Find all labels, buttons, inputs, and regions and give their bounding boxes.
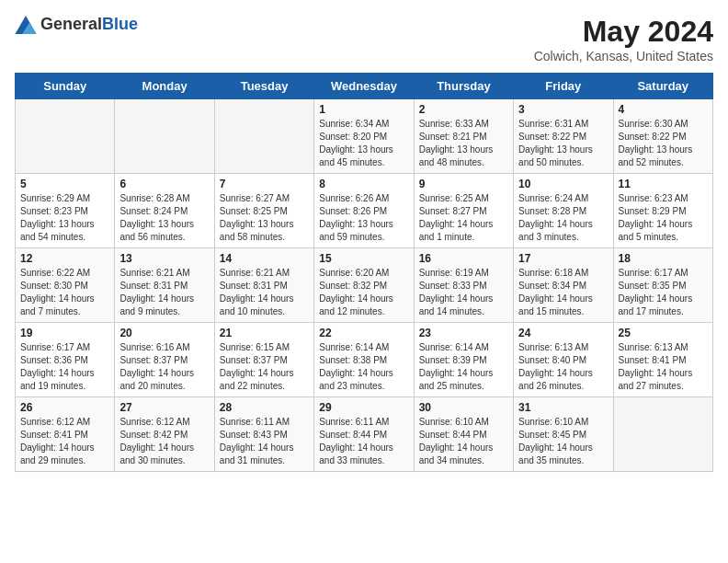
day-number: 11	[619, 178, 708, 190]
logo-general: General	[40, 15, 102, 33]
day-info: Sunrise: 6:10 AM Sunset: 8:45 PM Dayligh…	[518, 416, 608, 467]
day-number: 27	[119, 401, 209, 414]
day-info: Sunrise: 6:18 AM Sunset: 8:34 PM Dayligh…	[518, 267, 608, 318]
day-info: Sunrise: 6:29 AM Sunset: 8:23 PM Dayligh…	[20, 192, 109, 244]
day-info: Sunrise: 6:34 AM Sunset: 8:20 PM Dayligh…	[319, 118, 408, 169]
day-info: Sunrise: 6:30 AM Sunset: 8:22 PM Dayligh…	[619, 118, 708, 169]
calendar-cell: 20Sunrise: 6:16 AM Sunset: 8:37 PM Dayli…	[115, 323, 214, 397]
calendar-cell: 23Sunrise: 6:14 AM Sunset: 8:39 PM Dayli…	[414, 323, 513, 397]
day-info: Sunrise: 6:20 AM Sunset: 8:32 PM Dayligh…	[319, 267, 408, 318]
day-number: 7	[220, 178, 309, 190]
day-number: 31	[518, 401, 608, 414]
week-row-3: 19Sunrise: 6:17 AM Sunset: 8:36 PM Dayli…	[16, 323, 713, 397]
logo-blue: Blue	[102, 15, 138, 33]
day-info: Sunrise: 6:24 AM Sunset: 8:28 PM Dayligh…	[518, 192, 608, 244]
main-title: May 2024	[534, 15, 713, 49]
day-info: Sunrise: 6:17 AM Sunset: 8:35 PM Dayligh…	[619, 267, 708, 318]
calendar-cell: 27Sunrise: 6:12 AM Sunset: 8:42 PM Dayli…	[115, 397, 214, 472]
day-number: 14	[220, 252, 309, 265]
day-info: Sunrise: 6:23 AM Sunset: 8:29 PM Dayligh…	[619, 192, 708, 244]
day-number: 1	[319, 103, 408, 116]
calendar-cell: 10Sunrise: 6:24 AM Sunset: 8:28 PM Dayli…	[514, 174, 613, 248]
logo: GeneralBlue	[15, 15, 138, 34]
subtitle: Colwich, Kansas, United States	[534, 49, 713, 63]
calendar-cell: 9Sunrise: 6:25 AM Sunset: 8:27 PM Daylig…	[414, 174, 513, 248]
day-number: 26	[20, 401, 109, 414]
day-number: 25	[619, 327, 708, 339]
calendar-cell: 29Sunrise: 6:11 AM Sunset: 8:44 PM Dayli…	[314, 397, 414, 472]
calendar-cell: 17Sunrise: 6:18 AM Sunset: 8:34 PM Dayli…	[514, 248, 613, 323]
calendar-cell: 30Sunrise: 6:10 AM Sunset: 8:44 PM Dayli…	[414, 397, 513, 472]
calendar-cell: 5Sunrise: 6:29 AM Sunset: 8:23 PM Daylig…	[16, 174, 115, 248]
day-info: Sunrise: 6:25 AM Sunset: 8:27 PM Dayligh…	[419, 192, 508, 244]
day-info: Sunrise: 6:14 AM Sunset: 8:38 PM Dayligh…	[319, 341, 408, 393]
calendar-body: 1Sunrise: 6:34 AM Sunset: 8:20 PM Daylig…	[16, 99, 713, 472]
calendar-cell: 2Sunrise: 6:33 AM Sunset: 8:21 PM Daylig…	[414, 99, 513, 174]
calendar-cell: 8Sunrise: 6:26 AM Sunset: 8:26 PM Daylig…	[314, 174, 414, 248]
calendar-cell: 16Sunrise: 6:19 AM Sunset: 8:33 PM Dayli…	[414, 248, 513, 323]
week-row-4: 26Sunrise: 6:12 AM Sunset: 8:41 PM Dayli…	[16, 397, 713, 472]
calendar-cell: 11Sunrise: 6:23 AM Sunset: 8:29 PM Dayli…	[613, 174, 712, 248]
day-info: Sunrise: 6:11 AM Sunset: 8:44 PM Dayligh…	[319, 416, 408, 467]
calendar-cell: 14Sunrise: 6:21 AM Sunset: 8:31 PM Dayli…	[214, 248, 313, 323]
logo-text: GeneralBlue	[40, 15, 138, 34]
header-monday: Monday	[115, 74, 214, 99]
calendar-cell: 6Sunrise: 6:28 AM Sunset: 8:24 PM Daylig…	[115, 174, 214, 248]
calendar-cell: 15Sunrise: 6:20 AM Sunset: 8:32 PM Dayli…	[314, 248, 414, 323]
calendar-cell: 19Sunrise: 6:17 AM Sunset: 8:36 PM Dayli…	[16, 323, 115, 397]
day-info: Sunrise: 6:16 AM Sunset: 8:37 PM Dayligh…	[119, 341, 209, 393]
calendar-cell	[16, 99, 115, 174]
day-number: 17	[518, 252, 608, 265]
day-info: Sunrise: 6:17 AM Sunset: 8:36 PM Dayligh…	[20, 341, 109, 393]
day-info: Sunrise: 6:13 AM Sunset: 8:41 PM Dayligh…	[619, 341, 708, 393]
header-thursday: Thursday	[414, 74, 513, 99]
calendar-cell: 4Sunrise: 6:30 AM Sunset: 8:22 PM Daylig…	[613, 99, 712, 174]
day-info: Sunrise: 6:33 AM Sunset: 8:21 PM Dayligh…	[419, 118, 508, 169]
header-sunday: Sunday	[16, 74, 115, 99]
calendar-table: SundayMondayTuesdayWednesdayThursdayFrid…	[15, 73, 713, 472]
day-number: 21	[220, 327, 309, 339]
day-number: 29	[319, 401, 408, 414]
day-info: Sunrise: 6:15 AM Sunset: 8:37 PM Dayligh…	[220, 341, 309, 393]
calendar-cell: 18Sunrise: 6:17 AM Sunset: 8:35 PM Dayli…	[613, 248, 712, 323]
calendar-cell: 21Sunrise: 6:15 AM Sunset: 8:37 PM Dayli…	[214, 323, 313, 397]
day-number: 16	[419, 252, 508, 265]
week-row-1: 5Sunrise: 6:29 AM Sunset: 8:23 PM Daylig…	[16, 174, 713, 248]
day-info: Sunrise: 6:11 AM Sunset: 8:43 PM Dayligh…	[220, 416, 309, 467]
day-info: Sunrise: 6:27 AM Sunset: 8:25 PM Dayligh…	[220, 192, 309, 244]
header-tuesday: Tuesday	[214, 74, 313, 99]
calendar-cell: 25Sunrise: 6:13 AM Sunset: 8:41 PM Dayli…	[613, 323, 712, 397]
day-number: 19	[20, 327, 109, 339]
day-info: Sunrise: 6:14 AM Sunset: 8:39 PM Dayligh…	[419, 341, 508, 393]
day-number: 2	[419, 103, 508, 116]
day-info: Sunrise: 6:28 AM Sunset: 8:24 PM Dayligh…	[119, 192, 209, 244]
header-saturday: Saturday	[613, 74, 712, 99]
day-info: Sunrise: 6:12 AM Sunset: 8:42 PM Dayligh…	[119, 416, 209, 467]
day-number: 9	[419, 178, 508, 190]
calendar-cell: 24Sunrise: 6:13 AM Sunset: 8:40 PM Dayli…	[514, 323, 613, 397]
day-number: 20	[119, 327, 209, 339]
header-row: SundayMondayTuesdayWednesdayThursdayFrid…	[16, 74, 713, 99]
week-row-2: 12Sunrise: 6:22 AM Sunset: 8:30 PM Dayli…	[16, 248, 713, 323]
header-friday: Friday	[514, 74, 613, 99]
day-info: Sunrise: 6:10 AM Sunset: 8:44 PM Dayligh…	[419, 416, 508, 467]
day-info: Sunrise: 6:21 AM Sunset: 8:31 PM Dayligh…	[119, 267, 209, 318]
calendar-cell: 3Sunrise: 6:31 AM Sunset: 8:22 PM Daylig…	[514, 99, 613, 174]
logo-icon	[15, 16, 37, 34]
calendar-cell: 31Sunrise: 6:10 AM Sunset: 8:45 PM Dayli…	[514, 397, 613, 472]
day-number: 18	[619, 252, 708, 265]
calendar-cell: 7Sunrise: 6:27 AM Sunset: 8:25 PM Daylig…	[214, 174, 313, 248]
day-number: 6	[119, 178, 209, 190]
day-info: Sunrise: 6:19 AM Sunset: 8:33 PM Dayligh…	[419, 267, 508, 318]
day-info: Sunrise: 6:12 AM Sunset: 8:41 PM Dayligh…	[20, 416, 109, 467]
calendar-cell: 26Sunrise: 6:12 AM Sunset: 8:41 PM Dayli…	[16, 397, 115, 472]
day-info: Sunrise: 6:31 AM Sunset: 8:22 PM Dayligh…	[518, 118, 608, 169]
calendar-cell	[115, 99, 214, 174]
calendar-cell	[613, 397, 712, 472]
day-number: 15	[319, 252, 408, 265]
day-number: 23	[419, 327, 508, 339]
week-row-0: 1Sunrise: 6:34 AM Sunset: 8:20 PM Daylig…	[16, 99, 713, 174]
day-number: 28	[220, 401, 309, 414]
calendar-cell: 22Sunrise: 6:14 AM Sunset: 8:38 PM Dayli…	[314, 323, 414, 397]
day-number: 10	[518, 178, 608, 190]
